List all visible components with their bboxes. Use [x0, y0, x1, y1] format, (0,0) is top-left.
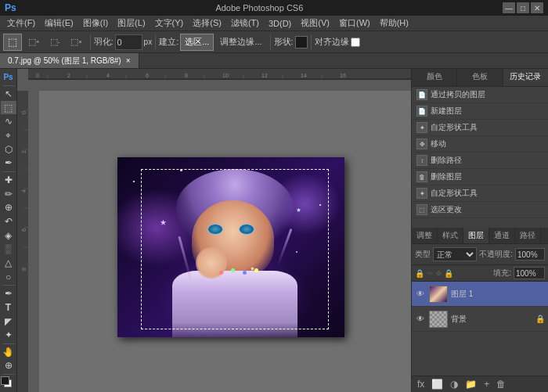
- tab-channel[interactable]: 通道: [489, 228, 515, 243]
- layer-eye-1[interactable]: 👁: [415, 314, 426, 325]
- new-layer-button[interactable]: +: [481, 378, 492, 390]
- layer-item-1[interactable]: 👁 背景 🔒: [412, 307, 548, 332]
- zoom-tool[interactable]: ⊕: [1, 359, 16, 372]
- add-selection-button[interactable]: ⬚+: [23, 34, 44, 51]
- tab-close-icon[interactable]: ×: [126, 56, 131, 65]
- svg-text:8: 8: [21, 268, 27, 271]
- layers-tabs: 调整 样式 图层 通道 路径: [412, 228, 548, 244]
- svg-text:14: 14: [301, 73, 307, 78]
- tab-swatches[interactable]: 色板: [457, 69, 503, 86]
- svg-text:16: 16: [340, 73, 346, 78]
- tabbar: 0.7.jpg @ 50% (图层 1, RGB/8#) ×: [0, 53, 548, 69]
- minimize-button[interactable]: —: [503, 2, 515, 13]
- menu-type[interactable]: 文字(Y): [151, 16, 188, 30]
- layers-fill-row: 🔒 ✏ ✥ 🔒 填充:: [412, 265, 548, 282]
- ps-logo-button[interactable]: Ps: [1, 70, 16, 84]
- history-item-1[interactable]: 📄 新建图层: [412, 103, 548, 120]
- titlebar: Ps Adobe Photoshop CS6 — □ ✕: [0, 0, 548, 16]
- main-area: Ps ↖ ⬚ ∿ ⌖ ⬡ ✒ ✚ ✏ ⊕ ↶ ◈ ░ △ ○ ✒ T ◤ ✦ 🤚…: [0, 69, 548, 392]
- history-brush[interactable]: ↶: [1, 215, 16, 228]
- move-tool[interactable]: ↖: [1, 88, 16, 101]
- pen-tool[interactable]: ✒: [1, 287, 16, 300]
- menu-select[interactable]: 选择(S): [189, 16, 225, 30]
- tab-color[interactable]: 颜色: [412, 69, 457, 86]
- close-button[interactable]: ✕: [531, 2, 543, 13]
- menu-help[interactable]: 帮助(H): [376, 16, 413, 30]
- brush-tool[interactable]: ✏: [1, 187, 16, 200]
- text-tool[interactable]: T: [1, 300, 16, 314]
- stamp-tool[interactable]: ⊕: [1, 201, 16, 214]
- history-item-4[interactable]: ↕ 删除路径: [412, 153, 548, 169]
- subtract-selection-button[interactable]: ⬚-: [45, 34, 64, 51]
- tab-style[interactable]: 样式: [438, 228, 463, 243]
- history-item-5[interactable]: 🗑 删除图层: [412, 169, 548, 185]
- shape-tool[interactable]: ✦: [1, 329, 16, 342]
- eraser-tool[interactable]: ◈: [1, 228, 16, 242]
- canvas-area: 0 2 4 6 8 10 12 14 16: [17, 69, 411, 392]
- history-item-2[interactable]: ✦ 自定形状工具: [412, 120, 548, 136]
- star2: [180, 169, 182, 171]
- menu-window[interactable]: 窗口(W): [335, 16, 374, 30]
- history-item-7[interactable]: ⬚ 选区更改: [412, 202, 548, 218]
- menu-filter[interactable]: 滤镜(T): [227, 16, 263, 30]
- document-tab[interactable]: 0.7.jpg @ 50% (图层 1, RGB/8#) ×: [0, 53, 139, 68]
- eyedropper-tool[interactable]: ✒: [1, 156, 16, 170]
- adjust-edge-button[interactable]: 调整边缘...: [215, 34, 266, 51]
- add-adjustment-button[interactable]: ◑: [448, 378, 460, 390]
- menu-file[interactable]: 文件(F): [3, 16, 39, 30]
- layer-item-0[interactable]: 👁 图层 1: [412, 282, 548, 307]
- quick-selection-tool[interactable]: ⌖: [1, 129, 16, 142]
- tab-history[interactable]: 历史记录: [503, 69, 548, 86]
- menu-edit[interactable]: 编辑(E): [41, 16, 78, 30]
- hand-tool[interactable]: 🤚: [1, 345, 16, 358]
- tab-path[interactable]: 路径: [515, 228, 541, 243]
- gradient-tool[interactable]: ░: [1, 243, 16, 256]
- tab-layers[interactable]: 图层: [463, 228, 489, 243]
- menu-layer[interactable]: 图层(L): [114, 16, 149, 30]
- blend-mode-select[interactable]: 正常: [433, 247, 477, 261]
- lock-icon-pixels[interactable]: ✏: [427, 269, 433, 278]
- history-label-0: 通过拷贝的图层: [431, 89, 485, 100]
- opacity-input[interactable]: [515, 248, 545, 261]
- make-selection-button[interactable]: 选区...: [180, 34, 214, 51]
- lock-icon-position[interactable]: ✥: [435, 269, 442, 278]
- svg-text:2: 2: [67, 73, 70, 78]
- menu-view[interactable]: 视图(V): [297, 16, 333, 30]
- history-label-4: 删除路径: [431, 155, 462, 166]
- tools-separator-1: [2, 171, 15, 172]
- history-item-0[interactable]: 📄 通过拷贝的图层: [412, 87, 548, 103]
- align-edges-checkbox[interactable]: [351, 38, 360, 47]
- add-mask-button[interactable]: ⬜: [429, 378, 445, 390]
- blur-tool[interactable]: △: [1, 257, 16, 270]
- tab-adjust[interactable]: 调整: [412, 228, 438, 243]
- lasso-tool[interactable]: ∿: [1, 115, 16, 128]
- canvas-content[interactable]: [39, 91, 411, 392]
- lock-icon-all[interactable]: 🔒: [444, 269, 453, 278]
- toolbar: ⬚ ⬚+ ⬚- ⬚× 羽化: px 建立: 选区... 调整边缘... 形状: …: [0, 31, 548, 53]
- fx-button[interactable]: fx: [415, 378, 427, 390]
- fill-input[interactable]: [514, 267, 545, 279]
- marquee-tool[interactable]: ⬚: [1, 101, 16, 114]
- history-item-6[interactable]: ✦ 自定形状工具: [412, 185, 548, 202]
- history-icon-6: ✦: [416, 188, 427, 199]
- history-item-3[interactable]: ✥ 移动: [412, 136, 548, 153]
- maximize-button[interactable]: □: [517, 2, 529, 13]
- svg-text:6: 6: [21, 228, 27, 232]
- new-selection-button[interactable]: ⬚: [3, 34, 22, 51]
- feather-px: px: [144, 38, 153, 46]
- intersect-selection-button[interactable]: ⬚×: [66, 34, 86, 51]
- menu-image[interactable]: 图像(I): [79, 16, 112, 30]
- foreground-color-chip[interactable]: [1, 376, 9, 385]
- lock-icon-transparency[interactable]: 🔒: [415, 269, 424, 278]
- star1: [133, 181, 135, 182]
- history-icon-3: ✥: [416, 138, 427, 149]
- delete-layer-button[interactable]: 🗑: [494, 378, 508, 390]
- add-group-button[interactable]: 📁: [463, 378, 479, 390]
- layer-eye-0[interactable]: 👁: [415, 289, 426, 300]
- path-select-tool[interactable]: ◤: [1, 315, 16, 328]
- healing-tool[interactable]: ✚: [1, 173, 16, 186]
- menu-3d[interactable]: 3D(D): [265, 18, 295, 29]
- feather-input[interactable]: [115, 34, 142, 50]
- crop-tool[interactable]: ⬡: [1, 142, 16, 156]
- dodge-tool[interactable]: ○: [1, 270, 16, 283]
